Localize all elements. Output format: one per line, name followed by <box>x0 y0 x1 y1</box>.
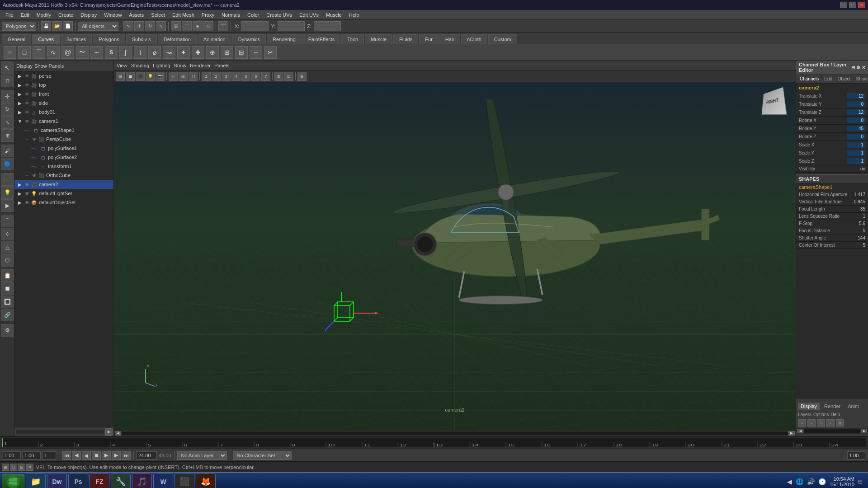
play-back-btn[interactable]: ▶ <box>82 451 91 460</box>
render-btn[interactable]: 🎬 <box>218 21 228 31</box>
tab-muscle[interactable]: Muscle <box>365 34 392 44</box>
layer-move-up-btn[interactable]: ↑ <box>817 419 825 427</box>
taskbar-itunes[interactable]: 🎵 <box>132 474 152 488</box>
tab-deformation[interactable]: Deformation <box>158 34 197 44</box>
close-button[interactable]: ✕ <box>858 2 865 8</box>
lightset-eye-icon[interactable]: 👁 <box>25 191 29 196</box>
tab-animation[interactable]: Animation <box>198 34 231 44</box>
curve-icon-btn[interactable]: ⌒ <box>1 215 14 227</box>
outliner-scroll-btn[interactable]: ▶ <box>105 428 113 436</box>
vp-light-btn[interactable]: 💡 <box>146 72 155 81</box>
cb-value-hfa[interactable]: 1.417 <box>854 192 865 197</box>
snap-surface[interactable]: ◇ <box>203 21 213 31</box>
axis-x-field[interactable] <box>241 21 269 31</box>
scale-icon-btn[interactable]: ⤡ <box>1 116 14 129</box>
select-icon-btn[interactable]: ↖ <box>1 61 14 74</box>
menu-create-uvs[interactable]: Create UVs <box>263 11 296 19</box>
right-start-frame[interactable] <box>847 451 865 460</box>
mel-icon-close[interactable]: ✕ <box>26 464 33 471</box>
camera2-eye-icon[interactable]: 👁 <box>25 182 29 187</box>
cb-attr-rotate-z[interactable]: Rotate Z 0 <box>796 133 868 141</box>
minimize-button[interactable]: ─ <box>840 2 847 8</box>
cb-attr-fstop[interactable]: F-Stop 5.6 <box>796 220 868 227</box>
objectset-eye-icon[interactable]: 👁 <box>25 200 29 205</box>
cb-attr-horiz-film[interactable]: Horizontal Film Aperture 1.417 <box>796 191 868 198</box>
taskbar-firefox[interactable]: 🦊 <box>196 474 216 488</box>
vp-menu-renderer[interactable]: Renderer <box>190 63 211 68</box>
camera-icon-btn[interactable]: 🎥 <box>1 173 14 186</box>
light-icon-btn[interactable]: 💡 <box>1 186 14 199</box>
play-fwd-btn[interactable]: ▶ <box>102 451 111 460</box>
body01-eye-icon[interactable]: 👁 <box>25 110 29 115</box>
panels-label[interactable]: Panels <box>49 63 64 69</box>
cb-value-rx[interactable]: 0 <box>847 117 865 123</box>
view-cube[interactable]: RIGHT <box>760 89 789 118</box>
vp-cam-btn[interactable]: 📷 <box>156 72 165 81</box>
channel-box-gear-btn[interactable]: ⚙ <box>856 65 860 70</box>
outliner-item-polysurface2[interactable]: ─○ ◻ polySurface2 <box>14 153 113 162</box>
vp-sel-btn[interactable]: ◻ <box>189 72 198 81</box>
vp-menu-view[interactable]: View <box>117 63 127 68</box>
menu-select[interactable]: Select <box>147 11 169 19</box>
cb-attr-translate-y[interactable]: Translate Y 0 <box>796 100 868 108</box>
axis-y-field[interactable] <box>278 21 305 31</box>
tab-polygons[interactable]: Polygons <box>93 34 125 44</box>
channel-box-close-btn[interactable]: ✕ <box>862 65 865 70</box>
menu-normals[interactable]: Normals <box>218 11 244 19</box>
menu-color[interactable]: Color <box>244 11 263 19</box>
dr-sub-layers[interactable]: Layers <box>798 412 811 417</box>
snap-curve[interactable]: ⌒ <box>182 21 192 31</box>
menu-file[interactable]: File <box>2 11 17 19</box>
snap-point[interactable]: ◈ <box>193 21 203 31</box>
cb-attr-lens-squeeze[interactable]: Lens Squeeze Ratio 1 <box>796 213 868 220</box>
cb-tab-edit[interactable]: Edit <box>822 75 834 82</box>
vp-panel-btn[interactable]: ⊠ <box>274 72 283 81</box>
volume-icon[interactable]: 🔊 <box>807 478 815 485</box>
menu-proxy[interactable]: Proxy <box>198 11 218 19</box>
go-end-btn[interactable]: ⏭ <box>122 451 131 460</box>
vp-menu-panels[interactable]: Panels <box>214 63 230 68</box>
mode-dropdown[interactable]: Polygons <box>2 22 36 31</box>
curve-tool-integral[interactable]: ∫ <box>119 46 132 59</box>
viewport-3d[interactable]: RIGHT Y X camera2 <box>114 82 796 430</box>
anim-layer-dropdown[interactable]: No Anim Layer <box>177 451 227 460</box>
layer-icon-btn[interactable]: 📋 <box>1 269 14 282</box>
rotate-icon-btn[interactable]: ↻ <box>1 103 14 116</box>
camera1-eye-icon[interactable]: 👁 <box>25 119 29 124</box>
outliner-item-side[interactable]: ▶ 👁 🎥 side <box>14 99 113 108</box>
menu-edit[interactable]: Edit <box>17 11 33 19</box>
layer-move-dn-btn[interactable]: ↓ <box>826 419 835 427</box>
rigging-icon-btn[interactable]: 🔗 <box>1 309 14 321</box>
side-eye-icon[interactable]: 👁 <box>25 101 29 106</box>
outliner-item-camerashape1[interactable]: ─○ ◻ cameraShape1 <box>14 126 113 135</box>
vp-snap-btn[interactable]: ⊕ <box>297 72 307 81</box>
move-tool[interactable]: ✛ <box>134 21 144 31</box>
taskbar-word[interactable]: W <box>153 474 173 488</box>
mel-icon-3[interactable]: ⊡ <box>18 464 25 471</box>
curve-tool-rebuild[interactable]: ⊕ <box>206 46 219 59</box>
show-label[interactable]: Show <box>34 63 47 69</box>
move-icon-btn[interactable]: ✛ <box>1 90 14 103</box>
start-time-field[interactable] <box>3 451 21 460</box>
frame-field[interactable] <box>42 451 56 460</box>
shader-icon-btn[interactable]: 🔲 <box>1 282 14 295</box>
top-eye-icon[interactable]: 👁 <box>25 83 29 88</box>
menu-help[interactable]: Help <box>345 11 363 19</box>
cb-attr-visibility[interactable]: Visibility on <box>796 165 868 173</box>
save-btn[interactable]: 💾 <box>41 21 51 31</box>
cb-value-vfa[interactable]: 0.945 <box>854 199 865 204</box>
paint-icon-btn[interactable]: 🖌 <box>1 145 14 157</box>
curve-tool-extend[interactable]: ↔ <box>250 46 262 59</box>
layer-del-btn[interactable]: - <box>807 419 816 427</box>
snap-grid[interactable]: ⊞ <box>171 21 181 31</box>
tab-general[interactable]: General <box>2 34 31 44</box>
cb-attr-vert-film[interactable]: Vertical Film Aperture 0.945 <box>796 198 868 206</box>
misc-icon-btn[interactable]: ⚙ <box>1 324 14 337</box>
curve-tool-cut[interactable]: ✂ <box>264 46 277 59</box>
vp-res6-btn[interactable]: 6 <box>251 72 260 81</box>
cb-tab-channels[interactable]: Channels <box>798 75 821 82</box>
curve-tool-arc1[interactable]: ⌒ <box>33 46 45 59</box>
end-time-field[interactable] <box>137 451 157 460</box>
cb-attr-coi[interactable]: Center Of Interest 5 <box>796 242 868 249</box>
outliner-item-camera1[interactable]: ▼ 👁 🎥 camera1 <box>14 117 113 126</box>
